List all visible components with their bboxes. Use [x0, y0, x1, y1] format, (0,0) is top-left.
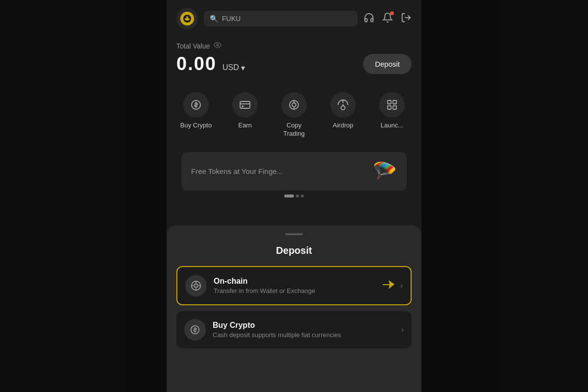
on-chain-right: › — [381, 278, 403, 293]
top-icons — [364, 12, 412, 25]
search-text: FUKU — [222, 15, 241, 23]
buy-crypto-left: Buy Crypto Cash deposit supports multipl… — [184, 319, 341, 341]
buy-crypto-right: › — [401, 325, 404, 334]
top-bar: 🔍 FUKU — [167, 0, 421, 37]
promo-banner[interactable]: Free Tokens at Your Finge... 🪂 — [181, 152, 407, 191]
deposit-button[interactable]: Deposit — [363, 54, 412, 74]
buy-crypto-icon — [183, 92, 209, 118]
svg-rect-12 — [388, 100, 391, 104]
buy-crypto-text: Buy Crypto Cash deposit supports multipl… — [213, 321, 341, 339]
banner-dot-3 — [301, 195, 304, 197]
support-icon[interactable] — [364, 12, 374, 25]
balance-amount: 0.00 — [176, 53, 217, 74]
earn-label: Earn — [238, 122, 251, 130]
buy-crypto-deposit-icon — [184, 319, 206, 341]
svg-rect-13 — [393, 100, 396, 104]
copy-trading-label: CopyTrading — [283, 122, 305, 138]
on-chain-icon — [185, 275, 207, 296]
wallet-section: Total Value 0.00 USD ▾ Deposit — [167, 37, 421, 82]
total-value-row: Total Value — [176, 41, 412, 50]
quick-actions: Buy Crypto Earn — [167, 82, 421, 148]
balance-row: 0.00 USD ▾ Deposit — [176, 53, 412, 74]
svg-point-7 — [292, 103, 296, 107]
notification-badge — [390, 11, 394, 15]
svg-rect-15 — [393, 106, 396, 109]
deposit-bottom-sheet: Deposit On-chain Transfer in from Wallet… — [167, 225, 421, 392]
banner-dot-2 — [296, 195, 299, 197]
right-overlay — [421, 0, 588, 392]
logo-icon — [180, 12, 194, 25]
sheet-title: Deposit — [176, 245, 412, 256]
buy-crypto-option[interactable]: Buy Crypto Cash deposit supports multipl… — [176, 311, 412, 348]
svg-point-10 — [341, 106, 345, 110]
launchpad-icon — [379, 92, 405, 118]
logout-icon[interactable] — [401, 12, 412, 25]
left-overlay — [0, 0, 167, 392]
buy-crypto-chevron-icon: › — [401, 325, 404, 334]
action-copy-trading[interactable]: CopyTrading — [270, 88, 318, 142]
action-airdrop[interactable]: Airdrop — [318, 88, 368, 142]
currency-selector[interactable]: USD ▾ — [222, 63, 245, 73]
banner-dot-1 — [284, 195, 294, 197]
airdrop-label: Airdrop — [333, 122, 353, 130]
notification-icon[interactable] — [382, 12, 393, 25]
app-container: 🔍 FUKU — [167, 0, 421, 392]
svg-rect-3 — [240, 101, 250, 108]
launchpad-label: Launc... — [381, 122, 403, 130]
svg-point-1 — [217, 44, 219, 46]
action-earn[interactable]: Earn — [220, 88, 270, 142]
app-logo[interactable] — [176, 8, 198, 29]
on-chain-title: On-chain — [214, 277, 315, 286]
banner-dots — [173, 195, 415, 197]
buy-crypto-deposit-subtitle: Cash deposit supports multiple fiat curr… — [213, 331, 341, 339]
on-chain-left: On-chain Transfer in from Wallet or Exch… — [185, 275, 315, 296]
copy-trading-icon — [281, 92, 307, 118]
chevron-right-icon: › — [400, 281, 403, 290]
arrow-yellow-icon — [381, 278, 396, 293]
action-buy-crypto[interactable]: Buy Crypto — [172, 88, 220, 142]
sheet-handle — [285, 233, 303, 235]
action-launchpad[interactable]: Launc... — [368, 88, 416, 142]
svg-point-5 — [242, 106, 243, 107]
app-background: 🔍 FUKU — [0, 0, 588, 392]
search-bar[interactable]: 🔍 FUKU — [204, 11, 358, 26]
banner-emoji: 🪂 — [372, 160, 397, 183]
eye-icon[interactable] — [214, 41, 221, 50]
airdrop-icon — [330, 92, 356, 118]
earn-icon — [232, 92, 258, 118]
svg-point-17 — [194, 284, 197, 287]
currency-label: USD — [222, 63, 239, 72]
buy-crypto-deposit-title: Buy Crypto — [213, 321, 341, 330]
buy-crypto-label: Buy Crypto — [180, 122, 212, 130]
search-icon: 🔍 — [210, 15, 218, 23]
banner-text: Free Tokens at Your Finge... — [191, 167, 283, 175]
total-value-label: Total Value — [176, 42, 210, 50]
on-chain-subtitle: Transfer in from Wallet or Exchange — [214, 287, 315, 294]
balance-left: 0.00 USD ▾ — [176, 53, 245, 74]
currency-chevron: ▾ — [241, 63, 245, 73]
svg-rect-14 — [388, 106, 391, 109]
on-chain-text: On-chain Transfer in from Wallet or Exch… — [214, 277, 315, 294]
on-chain-option[interactable]: On-chain Transfer in from Wallet or Exch… — [176, 266, 412, 305]
